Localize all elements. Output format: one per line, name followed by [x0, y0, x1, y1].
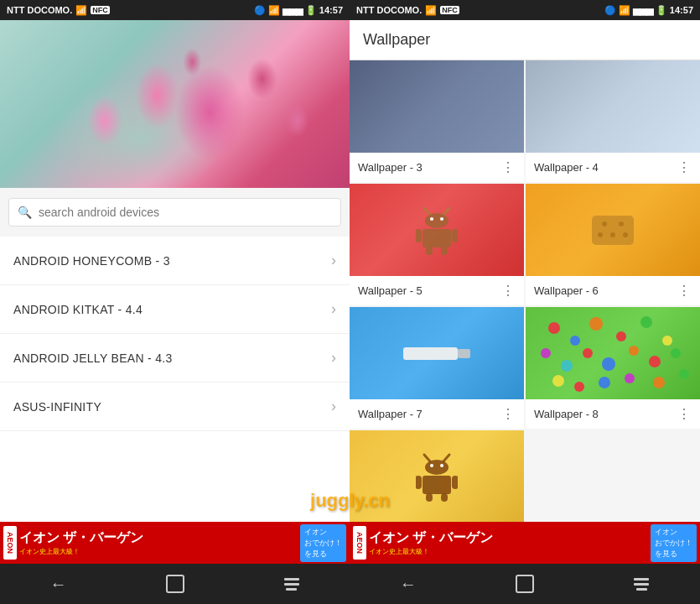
- svg-point-25: [561, 360, 573, 372]
- right-recent-button[interactable]: [626, 569, 656, 599]
- menu-item-asus[interactable]: ASUS-INFINITY ›: [0, 383, 350, 431]
- svg-point-34: [625, 373, 635, 383]
- left-battery-icon: 🔋: [305, 5, 317, 16]
- chevron-right-icon-jellybean: ›: [331, 349, 336, 367]
- wallpaper-thumb-9: [350, 430, 524, 522]
- menu-item-jellybean[interactable]: ANDROID JELLY BEAN - 4.3 ›: [0, 334, 350, 383]
- svg-line-37: [424, 455, 430, 461]
- android-robot-icon-5: [416, 205, 458, 255]
- svg-rect-6: [426, 247, 433, 255]
- right-notification-icon: 📶: [425, 5, 437, 16]
- wallpaper-thumb-5: [350, 184, 524, 276]
- chevron-right-icon-asus: ›: [331, 398, 336, 415]
- wallpaper-label-row-7: Wallpaper - 7 ⋮: [350, 399, 524, 429]
- wallpaper-label-row-4: Wallpaper - 4 ⋮: [526, 153, 700, 182]
- wallpaper-cell-empty: [526, 430, 700, 522]
- wallpaper-thumb-6: [526, 184, 700, 276]
- left-status-right: 🔵 📶 ▅▅▅ 🔋 14:57: [254, 5, 343, 16]
- right-recent-icon: [634, 578, 649, 591]
- right-home-icon: [516, 575, 534, 593]
- wallpaper-cell-6[interactable]: Wallpaper - 6 ⋮: [526, 184, 700, 305]
- wallpaper-cell-7[interactable]: Wallpaper - 7 ⋮: [350, 307, 524, 429]
- search-input[interactable]: [39, 206, 332, 219]
- svg-point-19: [570, 336, 580, 346]
- right-back-icon: ←: [400, 575, 417, 594]
- svg-point-27: [602, 357, 615, 371]
- svg-point-35: [653, 377, 665, 388]
- svg-rect-8: [416, 229, 422, 242]
- svg-rect-17: [458, 349, 470, 358]
- wallpaper-menu-8[interactable]: ⋮: [677, 406, 692, 422]
- left-home-button[interactable]: [160, 569, 190, 599]
- menu-item-honeycomb[interactable]: ANDROID HONEYCOMB - 3 ›: [0, 237, 350, 285]
- wallpaper-thumb-8: [526, 307, 700, 399]
- honeycomb-icon-6: [588, 211, 638, 249]
- left-ad-aeon-badge: AEON: [3, 526, 17, 560]
- right-nav-bar: ←: [350, 564, 700, 604]
- wallpaper-menu-3[interactable]: ⋮: [501, 159, 516, 175]
- left-back-icon: ←: [50, 575, 67, 594]
- right-ad-banner: AEON イオン ザ・バーゲン イオン史上最大級！ イオンおでかけ！を見る: [350, 522, 700, 564]
- wallpaper-label-row-5: Wallpaper - 5 ⋮: [350, 276, 524, 305]
- right-bt-icon: 🔵: [604, 5, 616, 16]
- right-ad-button[interactable]: イオンおでかけ！を見る: [651, 524, 697, 562]
- wallpaper-cell-4[interactable]: Wallpaper - 4 ⋮: [526, 60, 700, 182]
- left-status-left: NTT DOCOMO. 📶 NFC: [7, 5, 110, 16]
- left-recent-button[interactable]: [277, 569, 307, 599]
- wallpaper-menu-5[interactable]: ⋮: [501, 283, 516, 299]
- right-home-button[interactable]: [510, 569, 540, 599]
- left-ad-main-text: イオン ザ・バーゲン: [19, 529, 298, 547]
- right-carrier: NTT DOCOMO.: [356, 5, 422, 15]
- left-home-icon: [166, 575, 184, 593]
- wallpaper-cell-5[interactable]: Wallpaper - 5 ⋮: [350, 184, 524, 305]
- svg-point-32: [574, 382, 584, 392]
- hero-flowers-overlay: [0, 20, 350, 188]
- right-back-button[interactable]: ←: [393, 569, 423, 599]
- left-ad-sub-text: イオン史上最大級！: [19, 547, 298, 556]
- wallpaper-cell-3[interactable]: Wallpaper - 3 ⋮: [350, 60, 524, 182]
- wallpaper-cell-8[interactable]: Wallpaper - 8 ⋮: [526, 307, 700, 429]
- left-signal-icon: ▅▅▅: [283, 5, 303, 16]
- wallpaper-name-3: Wallpaper - 3: [358, 161, 423, 174]
- right-ad-sub-text: イオン史上最大級！: [369, 547, 648, 556]
- app-header-title: Wallpaper: [363, 31, 430, 49]
- left-notification-icon: 📶: [75, 5, 87, 16]
- right-status-left: NTT DOCOMO. 📶 NFC: [356, 5, 459, 16]
- left-ad-button[interactable]: イオンおでかけ！を見る: [300, 524, 346, 562]
- usb-icon-7: [399, 339, 474, 368]
- svg-rect-45: [416, 476, 422, 489]
- left-nav-bar: ←: [0, 564, 350, 604]
- right-time: 14:57: [670, 5, 693, 15]
- right-ad-aeon-badge: AEON: [353, 526, 366, 560]
- search-icon: 🔍: [18, 206, 32, 219]
- svg-point-4: [440, 217, 443, 221]
- wallpaper-label-row-8: Wallpaper - 8 ⋮: [526, 399, 700, 429]
- wallpaper-thumb-3: [350, 60, 524, 153]
- svg-rect-16: [403, 347, 458, 360]
- wallpaper-row-1: Wallpaper - 3 ⋮ Wallpaper - 4 ⋮: [350, 60, 700, 182]
- left-ad-banner: AEON イオン ザ・バーゲン イオン史上最大級！ イオンおでかけ！を見る: [0, 522, 350, 564]
- svg-point-41: [440, 464, 443, 467]
- left-back-button[interactable]: ←: [44, 569, 74, 599]
- svg-point-20: [589, 317, 603, 331]
- svg-rect-44: [441, 493, 448, 502]
- svg-line-38: [443, 455, 449, 461]
- left-recent-icon: [284, 578, 299, 591]
- wallpaper-cell-9[interactable]: [350, 430, 524, 522]
- search-box[interactable]: 🔍: [8, 198, 341, 226]
- wallpaper-label-row-6: Wallpaper - 6 ⋮: [526, 276, 700, 305]
- svg-point-26: [583, 348, 593, 358]
- menu-item-kitkat[interactable]: ANDROID KITKAT - 4.4 ›: [0, 285, 350, 334]
- right-nfc-icon: NFC: [440, 6, 459, 14]
- right-signal-icon: ▅▅▅: [633, 5, 653, 16]
- svg-point-15: [623, 232, 628, 237]
- wallpaper-menu-6[interactable]: ⋮: [677, 283, 692, 299]
- svg-point-31: [552, 375, 564, 387]
- wallpaper-menu-7[interactable]: ⋮: [501, 406, 516, 422]
- svg-point-33: [599, 377, 610, 388]
- left-bt-icon: 🔵: [254, 5, 266, 16]
- wallpaper-menu-4[interactable]: ⋮: [677, 159, 692, 175]
- wallpaper-row-3: Wallpaper - 7 ⋮: [350, 307, 700, 429]
- svg-point-22: [640, 316, 652, 328]
- right-status-bar: NTT DOCOMO. 📶 NFC 🔵 📶 ▅▅▅ 🔋 14:57: [350, 0, 700, 20]
